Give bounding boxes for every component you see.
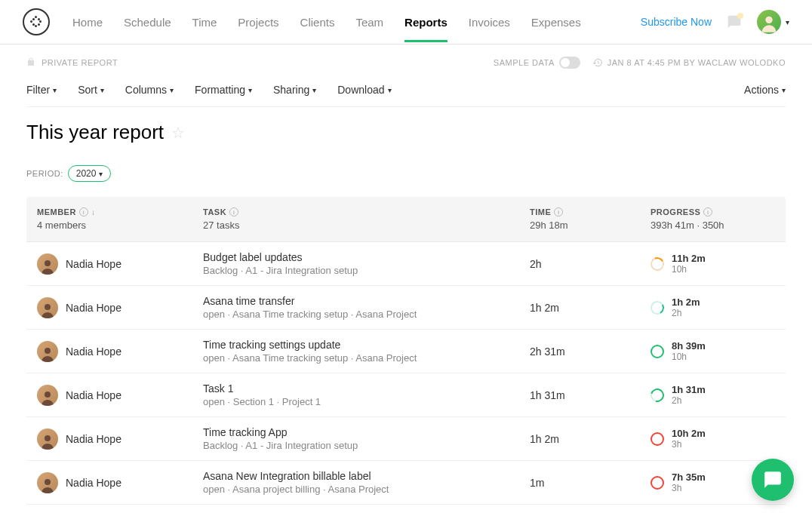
progress-actual: 1h 2m xyxy=(672,296,700,308)
lock-icon xyxy=(26,57,35,68)
col-member-header[interactable]: MEMBER i ↓ xyxy=(37,207,203,217)
table-row[interactable]: Nadia HopeAsana New Integration billable… xyxy=(26,461,786,505)
progress-estimate: 10h xyxy=(672,352,706,362)
time-value: 1h 31m xyxy=(530,389,651,401)
info-icon[interactable]: i xyxy=(229,207,238,217)
time-value: 1h 2m xyxy=(530,433,651,445)
time-value: 2h xyxy=(530,258,651,270)
task-title: Time tracking App xyxy=(203,426,530,438)
report-title[interactable]: This year report xyxy=(26,121,164,144)
progress-estimate: 2h xyxy=(672,308,700,318)
member-avatar xyxy=(37,428,58,450)
toolbar-columns[interactable]: Columns▾ xyxy=(125,84,174,96)
task-subtitle: open · Asana Time tracking setup · Asana… xyxy=(203,309,530,320)
col-task-summary: 27 tasks xyxy=(203,220,530,231)
col-task-header[interactable]: TASK i xyxy=(203,207,530,217)
progress-ring-icon xyxy=(651,476,664,490)
nav-clients[interactable]: Clients xyxy=(300,2,335,42)
actions-menu[interactable]: Actions ▾ xyxy=(744,84,786,96)
sample-data-toggle[interactable]: SAMPLE DATA xyxy=(494,57,580,69)
svg-point-0 xyxy=(765,17,772,23)
col-time-header[interactable]: TIME i xyxy=(530,207,651,217)
nav-reports[interactable]: Reports xyxy=(404,2,448,42)
toolbar-sharing[interactable]: Sharing▾ xyxy=(273,84,316,96)
info-icon[interactable]: i xyxy=(554,207,563,217)
task-subtitle: open · Asana Time tracking setup · Asana… xyxy=(203,352,530,364)
member-avatar xyxy=(37,297,58,318)
member-name: Nadia Hope xyxy=(66,477,121,489)
table-row[interactable]: Nadia HopeBudget label updatesBacklog · … xyxy=(26,242,786,286)
history-icon xyxy=(592,57,603,68)
subscribe-link[interactable]: Subscribe Now xyxy=(641,16,712,28)
chevron-down-icon: ▾ xyxy=(99,170,103,178)
progress-actual: 8h 39m xyxy=(672,340,706,352)
time-value: 1h 2m xyxy=(530,302,651,314)
progress-actual: 10h 2m xyxy=(672,428,706,439)
sort-icon[interactable]: ↓ xyxy=(91,208,96,217)
notification-icon[interactable] xyxy=(727,14,742,29)
progress-estimate: 2h xyxy=(672,395,706,406)
svg-point-4 xyxy=(45,392,51,398)
chevron-down-icon: ▾ xyxy=(782,86,786,94)
toolbar-filter[interactable]: Filter▾ xyxy=(26,84,57,96)
table-row[interactable]: Nadia HopeAsana time transferopen · Asan… xyxy=(26,286,786,330)
toolbar-formatting[interactable]: Formatting▾ xyxy=(195,84,252,96)
info-icon[interactable]: i xyxy=(703,207,712,217)
progress-estimate: 3h xyxy=(672,439,706,450)
main-nav: HomeScheduleTimeProjectsClientsTeamRepor… xyxy=(72,2,641,42)
nav-expenses[interactable]: Expenses xyxy=(531,2,581,42)
nav-invoices[interactable]: Invoices xyxy=(469,2,510,42)
nav-home[interactable]: Home xyxy=(72,2,103,42)
svg-point-6 xyxy=(45,479,51,485)
time-value: 2h 31m xyxy=(530,345,651,358)
chevron-down-icon: ▾ xyxy=(248,86,252,94)
progress-actual: 11h 2m xyxy=(672,253,706,264)
period-label: PERIOD: xyxy=(26,169,63,178)
logo-icon xyxy=(29,14,44,29)
task-title: Asana New Integration billable label xyxy=(203,470,530,482)
progress-actual: 1h 31m xyxy=(672,384,706,395)
history-info[interactable]: JAN 8 AT 4:45 PM BY WACLAW WOLODKO xyxy=(592,57,786,68)
toolbar-download[interactable]: Download▾ xyxy=(337,84,391,96)
info-icon[interactable]: i xyxy=(79,207,88,217)
chevron-down-icon: ▾ xyxy=(786,18,789,26)
svg-point-1 xyxy=(45,260,51,266)
favorite-star-icon[interactable]: ☆ xyxy=(171,124,185,142)
logo[interactable] xyxy=(23,8,50,35)
task-title: Time tracking settings update xyxy=(203,339,530,351)
nav-time[interactable]: Time xyxy=(192,2,217,42)
member-avatar xyxy=(37,253,58,275)
toolbar-sort[interactable]: Sort▾ xyxy=(78,84,104,96)
task-subtitle: open · Section 1 · Project 1 xyxy=(203,396,530,407)
app-header: HomeScheduleTimeProjectsClientsTeamRepor… xyxy=(0,0,812,45)
member-name: Nadia Hope xyxy=(66,258,121,270)
period-selector[interactable]: 2020 ▾ xyxy=(68,165,112,182)
member-avatar xyxy=(37,472,58,493)
col-progress-header[interactable]: PROGRESS i xyxy=(651,207,775,217)
nav-team[interactable]: Team xyxy=(355,2,383,42)
table-header: MEMBER i ↓ 4 members TASK i 27 tasks TIM… xyxy=(26,197,786,242)
chevron-down-icon: ▾ xyxy=(388,86,392,94)
private-label: PRIVATE REPORT xyxy=(42,58,118,67)
table-row[interactable]: Nadia HopeTime tracking settings updateo… xyxy=(26,330,786,373)
help-chat-button[interactable] xyxy=(752,459,794,501)
progress-estimate: 10h xyxy=(672,264,706,275)
user-menu[interactable]: ▾ xyxy=(757,10,789,34)
progress-ring-icon xyxy=(649,299,666,315)
nav-projects[interactable]: Projects xyxy=(238,2,278,42)
nav-schedule[interactable]: Schedule xyxy=(124,2,171,42)
report-table: MEMBER i ↓ 4 members TASK i 27 tasks TIM… xyxy=(0,185,812,505)
time-value: 1m xyxy=(530,477,651,489)
toggle-switch[interactable] xyxy=(559,57,580,69)
sample-data-label: SAMPLE DATA xyxy=(494,58,555,67)
chevron-down-icon: ▾ xyxy=(170,86,174,94)
chevron-down-icon: ▾ xyxy=(312,86,316,94)
progress-actual: 7h 35m xyxy=(672,471,706,483)
table-row[interactable]: Nadia HopeTask 1open · Section 1 · Proje… xyxy=(26,373,786,417)
report-meta-bar: PRIVATE REPORT SAMPLE DATA JAN 8 AT 4:45… xyxy=(0,45,812,73)
table-row[interactable]: Nadia HopeTime tracking AppBacklog · A1 … xyxy=(26,417,786,461)
chevron-down-icon: ▾ xyxy=(100,86,104,94)
task-subtitle: open · Asana project billing · Asana Pro… xyxy=(203,484,530,495)
chevron-down-icon: ▾ xyxy=(53,86,57,94)
member-name: Nadia Hope xyxy=(66,389,121,401)
